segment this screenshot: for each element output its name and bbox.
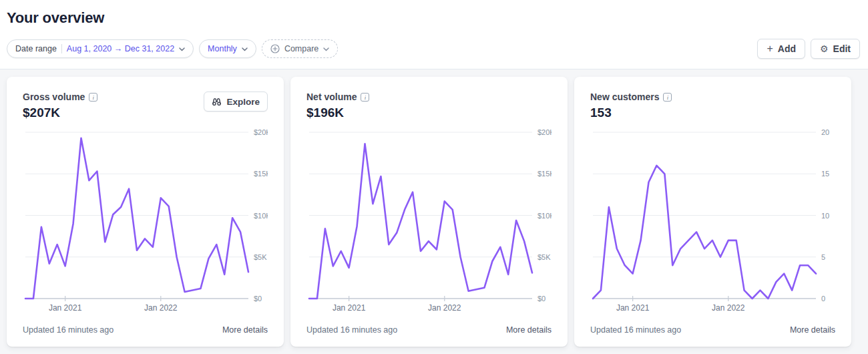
info-icon[interactable]: i xyxy=(89,93,97,102)
metric-header: Gross volume i $207K xyxy=(23,92,97,120)
gear-icon: ⚙ xyxy=(820,44,829,53)
y-tick-label: 15 xyxy=(821,170,829,178)
card-net-volume: Net volume i $196K $0$5K$10K$15K$20KJan … xyxy=(290,77,568,347)
info-icon[interactable]: i xyxy=(663,93,672,102)
chevron-down-icon xyxy=(242,44,248,53)
compare-label: Compare xyxy=(284,44,318,53)
page-title: Your overview xyxy=(7,0,860,27)
compare-filter[interactable]: Compare xyxy=(262,39,338,58)
card-gross-volume: Gross volume i $207K Explore xyxy=(7,77,284,347)
x-tick-label: Jan 2022 xyxy=(144,303,178,313)
explore-button[interactable]: Explore xyxy=(204,92,268,112)
interval-value: Monthly xyxy=(208,44,237,53)
metric-value: 153 xyxy=(590,106,672,120)
y-tick-label: 5 xyxy=(821,253,825,261)
interval-filter[interactable]: Monthly xyxy=(199,39,256,58)
y-tick-label: $20K xyxy=(537,128,552,136)
y-tick-label: $15K xyxy=(254,170,268,178)
plus-circle-icon xyxy=(270,44,280,53)
y-tick-label: $0 xyxy=(254,295,262,303)
metric-title: Gross volume xyxy=(23,92,85,102)
updated-text: Updated 16 minutes ago xyxy=(590,325,681,335)
plus-icon: + xyxy=(767,43,773,54)
updated-text: Updated 16 minutes ago xyxy=(306,325,397,335)
x-tick-label: Jan 2022 xyxy=(712,303,745,313)
y-tick-label: $20K xyxy=(254,128,268,136)
chart-canvas: 05101520Jan 2021Jan 2022 xyxy=(590,127,835,318)
y-tick-label: 10 xyxy=(821,212,829,220)
card-new-customers: New customers i 153 05101520Jan 2021Jan … xyxy=(574,77,851,347)
y-tick-label: $5K xyxy=(254,253,267,261)
chart-line xyxy=(593,166,816,299)
chart-net-volume[interactable]: $0$5K$10K$15K$20KJan 2021Jan 2022 xyxy=(306,127,552,318)
metric-value: $207K xyxy=(23,106,97,120)
chart-gross-volume[interactable]: $0$5K$10K$15K$20KJan 2021Jan 2022 xyxy=(23,127,268,318)
x-tick-label: Jan 2022 xyxy=(428,303,461,313)
more-details-link[interactable]: More details xyxy=(790,325,835,335)
edit-button[interactable]: ⚙ Edit xyxy=(811,39,860,59)
y-tick-label: 20 xyxy=(821,128,829,136)
more-details-link[interactable]: More details xyxy=(506,325,552,335)
x-tick-label: Jan 2021 xyxy=(616,303,650,313)
metric-title: New customers xyxy=(590,92,659,102)
chart-line xyxy=(25,138,248,299)
metric-value: $196K xyxy=(306,106,369,120)
chart-canvas: $0$5K$10K$15K$20KJan 2021Jan 2022 xyxy=(306,127,552,318)
chevron-down-icon xyxy=(323,44,329,53)
date-range-filter[interactable]: Date range Aug 1, 2020 → Dec 31, 2022 xyxy=(7,39,194,58)
metric-cards: Gross volume i $207K Explore xyxy=(7,77,868,347)
more-details-link[interactable]: More details xyxy=(222,325,268,335)
info-icon[interactable]: i xyxy=(361,93,369,102)
metric-title: Net volume xyxy=(306,92,357,102)
y-tick-label: $10K xyxy=(537,212,552,220)
overview-section: Gross volume i $207K Explore xyxy=(0,69,868,354)
y-tick-label: $15K xyxy=(537,170,552,178)
x-tick-label: Jan 2021 xyxy=(333,303,366,313)
chart-new-customers[interactable]: 05101520Jan 2021Jan 2022 xyxy=(590,127,835,318)
pill-divider xyxy=(61,44,62,53)
metric-header: Net volume i $196K xyxy=(306,92,369,120)
chevron-down-icon xyxy=(179,44,185,53)
filter-toolbar: Date range Aug 1, 2020 → Dec 31, 2022 Mo… xyxy=(7,39,860,59)
date-range-label: Date range xyxy=(15,44,57,53)
binoculars-icon xyxy=(212,98,222,106)
date-range-value: Aug 1, 2020 → Dec 31, 2022 xyxy=(67,44,174,53)
updated-text: Updated 16 minutes ago xyxy=(23,325,114,335)
x-tick-label: Jan 2021 xyxy=(49,303,82,313)
chart-canvas: $0$5K$10K$15K$20KJan 2021Jan 2022 xyxy=(23,127,268,318)
page-header: Your overview Date range Aug 1, 2020 → D… xyxy=(0,0,868,69)
add-button[interactable]: + Add xyxy=(757,39,805,59)
y-tick-label: $10K xyxy=(254,212,268,220)
y-tick-label: $0 xyxy=(537,295,546,303)
metric-header: New customers i 153 xyxy=(590,92,672,120)
y-tick-label: 0 xyxy=(821,295,825,303)
y-tick-label: $5K xyxy=(537,253,551,261)
header-actions: + Add ⚙ Edit xyxy=(757,39,860,59)
chart-line xyxy=(309,144,532,299)
